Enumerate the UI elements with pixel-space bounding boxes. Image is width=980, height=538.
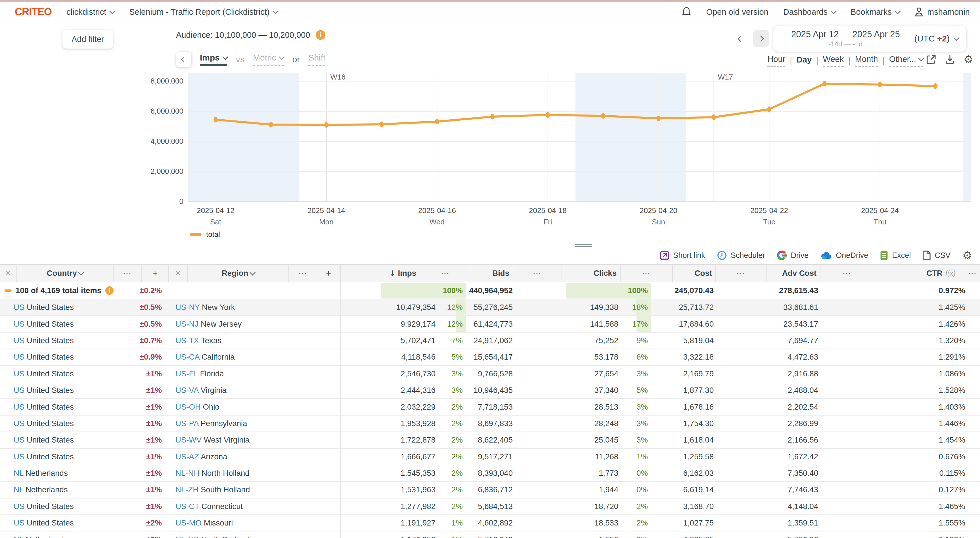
account-selector[interactable]: clickdistrict (67, 7, 115, 17)
cost-cell: 1,027.75 (651, 519, 716, 527)
column-header-ctr[interactable]: CTRf(x) (874, 265, 965, 282)
column-header-clicks[interactable]: Clicks (562, 265, 620, 282)
country-code-link[interactable]: US (14, 336, 24, 345)
metric-back-button[interactable] (176, 52, 191, 67)
region-code-link[interactable]: US-OH (175, 402, 201, 411)
country-code-link[interactable]: US (14, 386, 24, 394)
column-header-cost[interactable]: Cost (673, 265, 716, 282)
export-drive-button[interactable]: Drive (777, 251, 808, 260)
country-code-link[interactable]: US (14, 519, 24, 527)
table-row[interactable]: US United States±1%US-CT Connecticut1,27… (0, 498, 980, 515)
region-code-link[interactable]: US-AZ (175, 452, 199, 461)
column-header-imps[interactable]: ↓Imps (340, 265, 420, 282)
scheduler-button[interactable]: Scheduler (717, 251, 765, 260)
table-row[interactable]: US United States±1%US-OH Ohio2,032,2292%… (0, 399, 980, 415)
region-code-link[interactable]: NL-ZH (175, 485, 199, 494)
audience-info-icon[interactable]: i (316, 30, 325, 40)
granularity-week[interactable]: Week (823, 54, 844, 67)
dashboards-menu[interactable]: Dashboards (783, 7, 836, 17)
granularity-other[interactable]: Other... (889, 54, 923, 67)
remove-country-column-icon[interactable]: ✕ (5, 269, 11, 277)
export-onedrive-button[interactable]: OneDrive (821, 251, 868, 260)
country-code-link[interactable]: US (14, 502, 24, 511)
country-code-link[interactable]: US (14, 303, 24, 311)
country-code-link[interactable]: US (14, 436, 24, 444)
notifications-bell-icon[interactable] (682, 7, 691, 17)
table-row[interactable]: NL Netherlands±1%NL-NH North Holland1,54… (0, 465, 980, 482)
imps-column-menu-icon[interactable]: ··· (441, 269, 450, 277)
export-csv-button[interactable]: CSV (923, 251, 950, 260)
shift-selector[interactable]: Shift (308, 53, 325, 66)
report-selector[interactable]: Selenium - Traffic Report (Clickdistrict… (129, 7, 278, 17)
add-country-dimension-icon[interactable]: + (153, 268, 158, 279)
country-code-link[interactable]: US (14, 402, 24, 411)
adv-cost-column-menu-icon[interactable]: ··· (843, 269, 851, 277)
chart-settings-gear-icon[interactable]: ⚙ (964, 54, 973, 65)
region-code-link[interactable]: US-NJ (175, 319, 199, 328)
country-code-link[interactable]: NL (14, 535, 23, 538)
column-header-adv-cost[interactable]: Adv Cost (767, 265, 821, 282)
table-row[interactable]: NL Netherlands±2%NL-NB North Brabant1,17… (0, 532, 980, 538)
ctr-column-menu-icon[interactable]: ··· (968, 269, 977, 277)
region-column-menu-icon[interactable]: ··· (299, 269, 307, 277)
open-chart-external-icon[interactable] (926, 54, 936, 64)
table-row[interactable]: US United States±1%US-FL Florida2,546,73… (0, 366, 980, 382)
region-code-link[interactable]: US-NY (175, 303, 200, 311)
bids-column-menu-icon[interactable]: ··· (533, 269, 542, 277)
table-row[interactable]: US United States±1%US-AZ Arizona1,666,67… (0, 449, 980, 465)
column-header-region[interactable]: Region (188, 265, 289, 282)
column-header-bids[interactable]: Bids (471, 265, 513, 282)
region-code-link[interactable]: US-WV (175, 436, 202, 444)
export-excel-button[interactable]: Excel (880, 251, 911, 260)
country-code-link[interactable]: NL (14, 485, 23, 494)
granularity-day[interactable]: Day (797, 55, 811, 66)
table-row[interactable]: US United States±1%US-PA Pennsylvania1,9… (0, 415, 980, 432)
table-settings-gear-icon[interactable]: ⚙ (963, 250, 972, 261)
date-next-button[interactable] (753, 30, 769, 47)
add-filter-button[interactable]: Add filter (62, 30, 113, 49)
country-code-link[interactable]: NL (14, 469, 23, 477)
region-code-link[interactable]: US-FL (175, 369, 198, 378)
table-row[interactable]: US United States±0.5%US-NJ New Jersey9,9… (0, 316, 980, 332)
remove-region-column-icon[interactable]: ✕ (175, 269, 181, 277)
panel-resize-handle[interactable] (574, 243, 592, 249)
table-row[interactable]: US United States±0.9%US-CA California4,1… (0, 349, 980, 366)
region-code-link[interactable]: NL-NH (175, 469, 199, 477)
country-column-menu-icon[interactable]: ··· (123, 269, 132, 277)
compare-metric-selector[interactable]: Metric (253, 53, 284, 66)
region-code-link[interactable]: US-PA (175, 419, 199, 428)
summary-info-icon[interactable]: i (105, 286, 113, 295)
table-row[interactable]: US United States±1%US-WV West Virginia1,… (0, 432, 980, 449)
country-code-link[interactable]: US (14, 452, 24, 461)
table-row[interactable]: US United States±0.7%US-TX Texas5,702,47… (0, 333, 980, 349)
add-region-dimension-icon[interactable]: + (326, 268, 331, 279)
region-code-link[interactable]: US-MO (175, 519, 202, 527)
bookmarks-menu[interactable]: Bookmarks (851, 7, 900, 17)
short-link-button[interactable]: Short link (660, 251, 705, 260)
primary-metric-selector[interactable]: Imps (200, 53, 228, 66)
granularity-month[interactable]: Month (855, 54, 878, 67)
region-code-link[interactable]: NL-NB (175, 535, 199, 538)
column-header-country[interactable]: Country (17, 265, 113, 282)
table-row[interactable]: US United States±0.5%US-NY New York10,47… (0, 299, 980, 316)
open-old-version-link[interactable]: Open old version (706, 7, 768, 17)
date-range-picker[interactable]: 2025 Apr 12 — 2025 Apr 25 -14d — -1d (UT… (773, 26, 966, 52)
country-code-link[interactable]: US (14, 319, 24, 328)
country-code-link[interactable]: US (14, 353, 24, 361)
table-row[interactable]: US United States±1%US-VA Virginia2,444,3… (0, 382, 980, 399)
table-row[interactable]: US United States±2%US-MO Missouri1,191,9… (0, 515, 980, 532)
country-code-link[interactable]: US (14, 419, 24, 428)
clicks-column-menu-icon[interactable]: ··· (642, 269, 651, 277)
region-code-link[interactable]: US-CT (175, 502, 199, 511)
granularity-hour[interactable]: Hour (767, 54, 785, 67)
region-code-link[interactable]: US-CA (175, 353, 199, 361)
download-chart-icon[interactable] (945, 54, 955, 64)
region-code-link[interactable]: US-VA (175, 386, 199, 394)
cost-column-menu-icon[interactable]: ··· (737, 269, 745, 277)
traffic-line-chart[interactable]: W16W1702,000,0004,000,0006,000,0008,000,… (188, 73, 971, 202)
date-prev-button[interactable] (732, 30, 748, 47)
user-menu[interactable]: mshamonin (915, 7, 970, 17)
region-code-link[interactable]: US-TX (175, 336, 199, 345)
country-code-link[interactable]: US (14, 369, 24, 378)
table-row[interactable]: NL Netherlands±1%NL-ZH South Holland1,53… (0, 482, 980, 498)
